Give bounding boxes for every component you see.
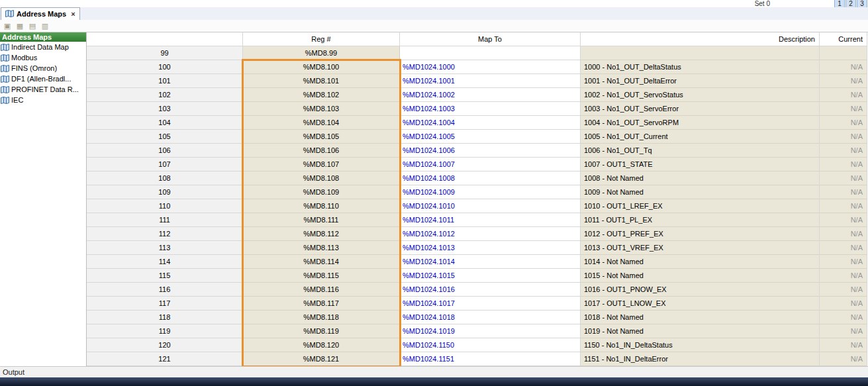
map-to-cell[interactable]: %MD1024.1001: [400, 74, 581, 88]
sidebar-item-modbus[interactable]: Modbus: [0, 52, 86, 63]
row-index-cell[interactable]: 106: [87, 144, 243, 158]
row-index-cell[interactable]: 101: [87, 74, 243, 88]
row-index-cell[interactable]: 100: [87, 60, 243, 74]
layout-page-button-1[interactable]: 1: [834, 0, 845, 7]
description-cell[interactable]: 1000 - No1_OUT_DeltaStatus: [581, 60, 820, 74]
current-cell[interactable]: N/A: [820, 144, 867, 158]
paste-icon[interactable]: ▦: [15, 21, 25, 31]
row-index-cell[interactable]: 104: [87, 116, 243, 130]
map-to-cell[interactable]: %MD1024.1016: [400, 283, 581, 297]
row-index-cell[interactable]: 109: [87, 185, 243, 199]
tab-close-icon[interactable]: ×: [71, 10, 75, 18]
map-to-cell[interactable]: %MD1024.1007: [400, 158, 581, 171]
map-to-cell[interactable]: %MD1024.1017: [400, 297, 581, 311]
row-index-cell[interactable]: 108: [87, 171, 243, 185]
tab-address-maps[interactable]: Address Maps ×: [1, 7, 80, 20]
map-to-cell[interactable]: %MD1024.1011: [400, 213, 581, 227]
description-cell[interactable]: 1004 - No1_OUT_ServoRPM: [581, 116, 820, 130]
reg-cell[interactable]: %MD8.119: [243, 324, 400, 338]
current-cell[interactable]: N/A: [820, 283, 867, 297]
map-to-cell[interactable]: %MD1024.1014: [400, 255, 581, 269]
description-cell[interactable]: 1017 - OUT1_LNOW_EX: [581, 297, 820, 311]
sidebar-item-indirect-data-map[interactable]: Indirect Data Map: [0, 42, 86, 52]
reg-cell[interactable]: %MD8.116: [243, 283, 400, 297]
reg-cell[interactable]: %MD8.112: [243, 227, 400, 241]
column-header-index[interactable]: [87, 32, 243, 46]
description-cell[interactable]: 1016 - OUT1_PNOW_EX: [581, 283, 820, 297]
description-cell[interactable]: 1005 - No1_OUT_Current: [581, 130, 820, 144]
description-cell[interactable]: 1012 - OUT1_PREF_EX: [581, 227, 820, 241]
description-cell[interactable]: 1009 - Not Named: [581, 185, 820, 199]
reg-cell[interactable]: %MD8.111: [243, 213, 400, 227]
current-cell[interactable]: N/A: [820, 171, 867, 185]
sidebar-item-iec[interactable]: IEC: [0, 95, 86, 105]
current-cell[interactable]: N/A: [820, 74, 867, 88]
row-index-cell[interactable]: 117: [87, 297, 243, 311]
map-to-cell[interactable]: %MD1024.1018: [400, 311, 581, 324]
description-cell[interactable]: 1018 - Not Named: [581, 311, 820, 324]
reg-cell[interactable]: %MD8.106: [243, 144, 400, 158]
current-cell[interactable]: N/A: [820, 338, 867, 352]
reg-cell[interactable]: %MD8.105: [243, 130, 400, 144]
current-cell[interactable]: N/A: [820, 324, 867, 338]
map-to-cell[interactable]: %MD1024.1003: [400, 102, 581, 116]
reg-cell[interactable]: %MD8.110: [243, 199, 400, 213]
column-header-current[interactable]: Current: [820, 32, 867, 46]
current-cell[interactable]: N/A: [820, 241, 867, 255]
copy-icon[interactable]: ▣: [2, 21, 13, 31]
current-cell[interactable]: N/A: [820, 213, 867, 227]
description-cell[interactable]: 1006 - No1_OUT_Tq: [581, 144, 820, 158]
map-to-cell[interactable]: %MD1024.1002: [400, 88, 581, 102]
map-to-cell[interactable]: %MD1024.1010: [400, 199, 581, 213]
current-cell[interactable]: N/A: [820, 116, 867, 130]
row-index-cell[interactable]: 114: [87, 255, 243, 269]
description-cell[interactable]: 1151 - No1_IN_DeltaError: [581, 352, 820, 366]
export-map-icon[interactable]: ▥: [40, 21, 50, 31]
row-index-cell[interactable]: 111: [87, 213, 243, 227]
description-cell[interactable]: 1001 - No1_OUT_DeltaError: [581, 74, 820, 88]
map-to-cell[interactable]: %MD1024.1004: [400, 116, 581, 130]
reg-cell[interactable]: %MD8.109: [243, 185, 400, 199]
map-to-cell[interactable]: %MD1024.1006: [400, 144, 581, 158]
map-to-cell[interactable]: %MD1024.1150: [400, 338, 581, 352]
map-to-cell[interactable]: %MD1024.1008: [400, 171, 581, 185]
description-cell[interactable]: 1003 - No1_OUT_ServoError: [581, 102, 820, 116]
reg-cell[interactable]: %MD8.115: [243, 269, 400, 283]
layout-page-button-3[interactable]: 3: [857, 0, 867, 7]
row-index-cell[interactable]: 118: [87, 311, 243, 324]
current-cell[interactable]: N/A: [820, 227, 867, 241]
current-cell[interactable]: N/A: [820, 199, 867, 213]
current-cell[interactable]: N/A: [820, 158, 867, 171]
current-cell[interactable]: N/A: [820, 352, 867, 366]
reg-cell[interactable]: %MD8.121: [243, 352, 400, 366]
reg-cell[interactable]: %MD8.113: [243, 241, 400, 255]
import-map-icon[interactable]: ▤: [27, 21, 38, 31]
layout-page-button-2[interactable]: 2: [845, 0, 856, 7]
map-to-cell[interactable]: %MD1024.1151: [400, 352, 581, 366]
current-cell[interactable]: N/A: [820, 255, 867, 269]
current-cell[interactable]: N/A: [820, 185, 867, 199]
description-cell[interactable]: 1013 - OUT1_VREF_EX: [581, 241, 820, 255]
row-index-cell[interactable]: 119: [87, 324, 243, 338]
row-index-cell[interactable]: 103: [87, 102, 243, 116]
row-index-cell[interactable]: 102: [87, 88, 243, 102]
map-to-cell[interactable]: %MD1024.1009: [400, 185, 581, 199]
output-panel-header[interactable]: Output: [0, 366, 868, 377]
row-index-cell[interactable]: 105: [87, 130, 243, 144]
reg-cell[interactable]: %MD8.102: [243, 88, 400, 102]
reg-cell[interactable]: %MD8.114: [243, 255, 400, 269]
row-index-cell[interactable]: 99: [87, 46, 243, 60]
row-index-cell[interactable]: 112: [87, 227, 243, 241]
sidebar-header[interactable]: Address Maps: [0, 32, 86, 42]
current-cell[interactable]: N/A: [820, 102, 867, 116]
reg-cell[interactable]: %MD8.99: [243, 46, 400, 60]
sidebar-item-fins-omron[interactable]: FINS (Omron): [0, 63, 86, 73]
description-cell[interactable]: 1150 - No1_IN_DeltaStatus: [581, 338, 820, 352]
reg-cell[interactable]: %MD8.101: [243, 74, 400, 88]
current-cell[interactable]: N/A: [820, 297, 867, 311]
map-to-cell[interactable]: %MD1024.1005: [400, 130, 581, 144]
map-to-cell[interactable]: %MD1024.1012: [400, 227, 581, 241]
map-to-cell[interactable]: %MD1024.1019: [400, 324, 581, 338]
sidebar-item-df1-allen-bradley[interactable]: DF1 (Allen-Bradl...: [0, 73, 86, 84]
column-header-description[interactable]: Description: [581, 32, 820, 46]
